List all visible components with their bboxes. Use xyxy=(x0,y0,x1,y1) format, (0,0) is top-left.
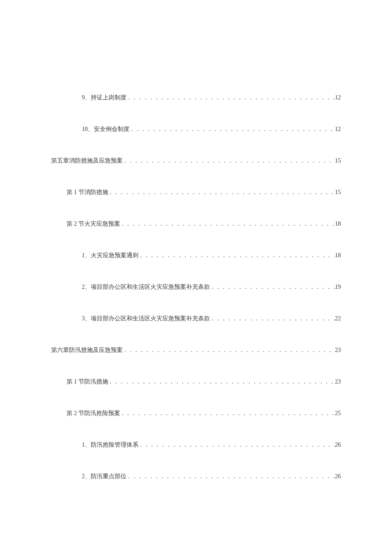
toc-entry: 9、持证上岗制度 12 xyxy=(51,94,341,102)
toc-entry: 2、防汛重点部位 26 xyxy=(51,473,341,480)
toc-entry: 第 1 节消防措施 15 xyxy=(51,189,341,196)
toc-page-number: 26 xyxy=(335,473,341,480)
toc-label: 第 2 节防汛抢险预案 xyxy=(66,410,120,417)
toc-label: 第 1 节防汛措施 xyxy=(66,378,108,386)
toc-entry: 第 1 节防汛措施 23 xyxy=(51,378,341,386)
toc-leader-dots xyxy=(138,252,335,259)
toc-entry: 1、火灾应急预案通则 18 xyxy=(51,252,341,259)
toc-leader-dots xyxy=(210,284,335,291)
toc-leader-dots xyxy=(127,473,335,480)
toc-leader-dots xyxy=(127,94,335,101)
toc-leader-dots xyxy=(120,221,335,227)
toc-label: 第 2 节火灾应急预案 xyxy=(66,220,120,228)
toc-leader-dots xyxy=(210,315,335,322)
toc-label: 第五章消防措施及应急预案 xyxy=(51,157,123,165)
toc-page-number: 22 xyxy=(335,315,341,322)
toc-label: 第 1 节消防措施 xyxy=(66,189,108,196)
toc-entry: 2、项目部办公区和生活区火灾应急预案补充条款 19 xyxy=(51,283,341,291)
toc-label: 10、安全例会制度 xyxy=(82,125,130,133)
toc-entry: 10、安全例会制度 12 xyxy=(51,125,341,133)
toc-page-number: 25 xyxy=(335,410,341,417)
toc-entry: 3、项目部办公区和生活区火灾应急预案补充条款 22 xyxy=(51,315,341,323)
toc-label: 第六章防汛措施及应急预案 xyxy=(51,346,123,354)
toc-page-number: 26 xyxy=(335,442,341,448)
toc-entry: 1、防汛抢险管理体系 26 xyxy=(51,441,341,449)
toc-entry: 第 2 节防汛抢险预案 25 xyxy=(51,410,341,417)
toc-page-number: 12 xyxy=(335,126,341,133)
toc-label: 2、项目部办公区和生活区火灾应急预案补充条款 xyxy=(82,283,210,291)
toc-label: 2、防汛重点部位 xyxy=(82,473,127,480)
toc-page-number: 15 xyxy=(335,157,341,164)
toc-label: 9、持证上岗制度 xyxy=(82,94,127,102)
toc-leader-dots xyxy=(120,410,335,417)
toc-page-number: 15 xyxy=(335,189,341,196)
toc-entry: 第 2 节火灾应急预案 18 xyxy=(51,220,341,228)
toc-leader-dots xyxy=(108,189,335,196)
toc-entry: 第六章防汛措施及应急预案 23 xyxy=(51,346,341,354)
toc-page-number: 18 xyxy=(335,252,341,259)
toc-page-number: 23 xyxy=(335,347,341,354)
toc-leader-dots xyxy=(130,126,335,133)
toc-leader-dots xyxy=(108,378,335,385)
toc-page-number: 18 xyxy=(335,221,341,227)
toc-label: 1、火灾应急预案通则 xyxy=(82,252,138,259)
toc-page-number: 12 xyxy=(335,94,341,101)
toc-label: 3、项目部办公区和生活区火灾应急预案补充条款 xyxy=(82,315,210,323)
toc-label: 1、防汛抢险管理体系 xyxy=(82,441,138,449)
toc-container: 9、持证上岗制度 12 10、安全例会制度 12 第五章消防措施及应急预案 15… xyxy=(51,94,341,480)
toc-leader-dots xyxy=(123,347,335,354)
toc-entry: 第五章消防措施及应急预案 15 xyxy=(51,157,341,165)
toc-page-number: 23 xyxy=(335,378,341,385)
toc-leader-dots xyxy=(138,442,335,448)
toc-leader-dots xyxy=(123,157,335,164)
toc-page-number: 19 xyxy=(335,284,341,291)
